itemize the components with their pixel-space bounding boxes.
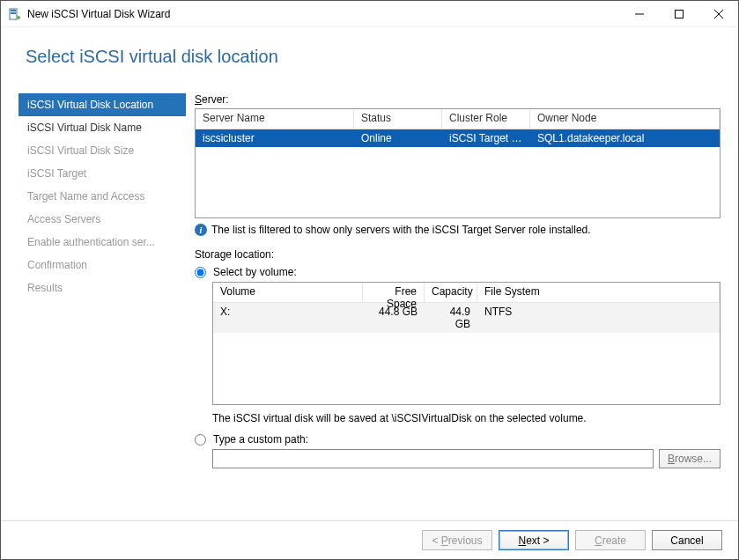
wizard-server-icon [8,7,22,21]
close-button[interactable] [698,1,738,26]
volume-cell-volume: X: [213,303,363,333]
server-header-owner[interactable]: Owner Node [530,109,720,129]
volume-header-row: Volume Free Space Capacity File System [213,283,720,303]
volume-cell-free: 44.8 GB [363,303,425,333]
radio-select-volume[interactable]: Select by volume: [195,266,721,278]
step-target: iSCSI Target [18,162,186,185]
server-list[interactable]: Server Name Status Cluster Role Owner No… [195,108,721,218]
volume-header-fs[interactable]: File System [477,283,720,302]
svg-rect-5 [675,10,683,18]
step-confirmation: Confirmation [18,254,186,276]
volume-cell-fs: NTFS [477,303,720,333]
info-text: The list is filtered to show only server… [211,224,591,236]
step-results: Results [18,276,186,299]
info-icon: i [195,224,207,236]
browse-button[interactable]: Browse... [659,449,721,468]
svg-rect-2 [11,12,16,14]
volume-note: The iSCSI virtual disk will be saved at … [212,412,721,424]
radio-custom-path[interactable]: Type a custom path: [195,433,721,446]
server-cell-status: Online [354,129,442,147]
previous-button: < Previous [422,530,492,550]
volume-row[interactable]: X: 44.8 GB 44.9 GB NTFS [213,303,720,333]
storage-location-label: Storage location: [195,248,721,261]
volume-header-capacity[interactable]: Capacity [425,283,477,302]
server-row[interactable]: iscsicluster Online iSCSI Target Se... S… [196,129,720,147]
svg-point-3 [17,16,20,19]
window-title: New iSCSI Virtual Disk Wizard [27,8,619,20]
server-header-name[interactable]: Server Name [196,109,354,129]
server-cell-owner: SQL1.datakeeper.local [530,129,720,147]
footer: < Previous Next > Create Cancel [1,520,738,559]
server-header-row: Server Name Status Cluster Role Owner No… [196,109,720,129]
volume-header-volume[interactable]: Volume [213,283,363,302]
titlebar: New iSCSI Virtual Disk Wizard [1,1,738,27]
maximize-button[interactable] [659,1,698,26]
server-label: Server: [195,93,721,106]
svg-rect-1 [11,10,16,11]
custom-path-input[interactable] [212,449,654,468]
server-header-role[interactable]: Cluster Role [442,109,530,129]
volume-header-free[interactable]: Free Space [363,283,425,302]
volume-cell-capacity: 44.9 GB [425,303,477,333]
wizard-steps: iSCSI Virtual Disk Location iSCSI Virtua… [18,93,195,468]
create-button: Create [575,530,646,550]
radio-select-volume-input[interactable] [195,267,206,278]
radio-select-volume-label: Select by volume: [213,266,297,278]
minimize-button[interactable] [619,1,659,26]
step-name[interactable]: iSCSI Virtual Disk Name [18,116,186,139]
cancel-button[interactable]: Cancel [652,530,722,550]
radio-custom-path-label: Type a custom path: [213,433,308,446]
radio-custom-path-input[interactable] [195,434,206,446]
step-size: iSCSI Virtual Disk Size [18,139,186,162]
window-controls [619,1,738,26]
next-button[interactable]: Next > [499,530,569,550]
content: Server: Server Name Status Cluster Role … [195,93,721,468]
main: iSCSI Virtual Disk Location iSCSI Virtua… [1,93,738,468]
step-authentication: Enable authentication ser... [18,231,186,254]
step-location[interactable]: iSCSI Virtual Disk Location [18,93,186,116]
server-header-status[interactable]: Status [354,109,442,129]
server-cell-role: iSCSI Target Se... [442,129,530,147]
custom-path-row: Browse... [212,449,721,468]
page-title: Select iSCSI virtual disk location [1,27,738,93]
step-target-access: Target Name and Access [18,185,186,208]
info-line: i The list is filtered to show only serv… [195,224,721,236]
server-cell-name: iscsicluster [196,129,354,147]
step-access-servers: Access Servers [18,208,186,231]
volume-list[interactable]: Volume Free Space Capacity File System X… [212,282,721,405]
